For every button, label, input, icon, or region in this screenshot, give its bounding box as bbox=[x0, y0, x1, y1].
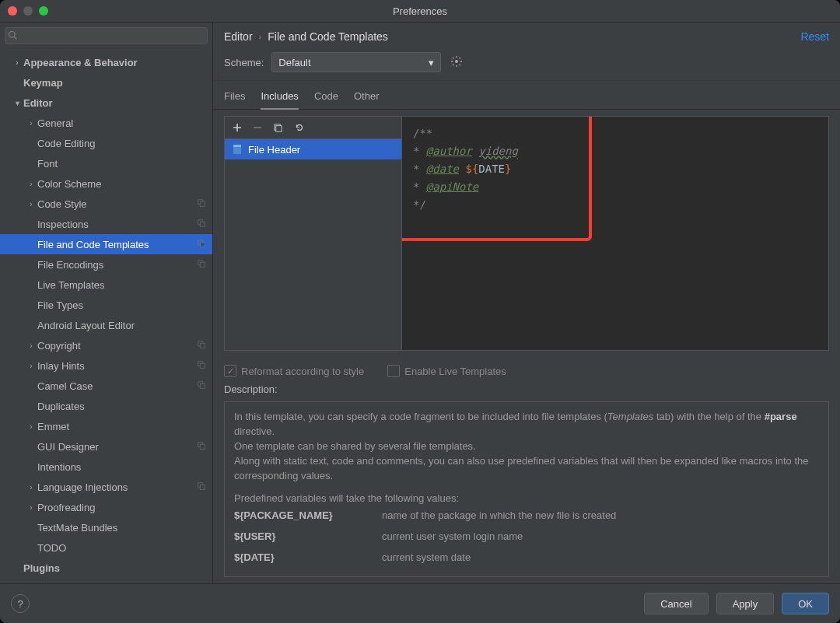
var-row: ${DATE}current system date bbox=[234, 548, 819, 569]
template-item-file-header[interactable]: File Header bbox=[225, 139, 401, 159]
chevron-right-icon: › bbox=[25, 362, 37, 370]
sidebar-item-textmate-bundles[interactable]: TextMate Bundles bbox=[0, 517, 212, 537]
chevron-right-icon: › bbox=[11, 58, 23, 67]
minimize-window-icon[interactable] bbox=[23, 6, 33, 16]
reset-link[interactable]: Reset bbox=[800, 30, 829, 43]
sidebar-item-label: Intentions bbox=[37, 461, 206, 473]
template-list-column: File Header bbox=[224, 116, 402, 351]
var-name: ${USER} bbox=[234, 530, 351, 544]
tab-files[interactable]: Files bbox=[224, 87, 245, 109]
templates-area: File Header /** * @author yideng * @date… bbox=[213, 110, 840, 357]
help-button[interactable]: ? bbox=[11, 594, 30, 613]
sidebar-item-code-editing[interactable]: Code Editing bbox=[0, 133, 212, 153]
sidebar-item-label: Code Style bbox=[37, 198, 194, 210]
svg-rect-9 bbox=[200, 262, 205, 267]
copy-template-button[interactable] bbox=[273, 123, 283, 133]
sidebar-item-label: Keymap bbox=[23, 77, 206, 89]
sidebar-item-label: Proofreading bbox=[37, 502, 206, 513]
zoom-window-icon[interactable] bbox=[39, 6, 48, 16]
content-header: Editor › File and Code Templates Reset bbox=[213, 23, 840, 49]
copy-scope-icon bbox=[197, 239, 206, 250]
scheme-label: Scheme: bbox=[224, 57, 264, 68]
tab-includes[interactable]: Includes bbox=[261, 87, 298, 110]
var-desc: current user system login name bbox=[382, 530, 523, 544]
sidebar-item-label: Plugins bbox=[23, 562, 206, 574]
sidebar-item-file-types[interactable]: File Types bbox=[0, 295, 212, 315]
sidebar-item-proofreading[interactable]: ›Proofreading bbox=[0, 497, 212, 517]
revert-template-button[interactable] bbox=[294, 122, 305, 133]
sidebar-item-label: Live Templates bbox=[37, 279, 206, 291]
svg-point-0 bbox=[9, 32, 16, 38]
svg-rect-19 bbox=[200, 485, 205, 489]
sidebar-item-label: GUI Designer bbox=[37, 441, 194, 453]
svg-rect-11 bbox=[200, 343, 205, 348]
sidebar-item-live-templates[interactable]: Live Templates bbox=[0, 275, 212, 295]
sidebar-item-language-injections[interactable]: ›Language Injections bbox=[0, 477, 212, 497]
sidebar-item-label: File and Code Templates bbox=[37, 239, 194, 250]
tab-code[interactable]: Code bbox=[314, 87, 338, 109]
scheme-value: Default bbox=[278, 57, 310, 68]
preferences-window: Preferences ›Appearance & BehaviorKeymap… bbox=[0, 0, 840, 623]
add-template-button[interactable] bbox=[233, 123, 242, 132]
footer: ? Cancel Apply OK bbox=[0, 583, 840, 623]
settings-tree[interactable]: ›Appearance & BehaviorKeymap▾Editor›Gene… bbox=[0, 49, 212, 583]
sidebar-item-file-and-code-templates[interactable]: File and Code Templates bbox=[0, 234, 212, 254]
sidebar-item-editor[interactable]: ▾Editor bbox=[0, 93, 212, 113]
var-desc: current system date bbox=[382, 551, 471, 565]
chevron-down-icon: ▾ bbox=[11, 99, 23, 107]
apply-button[interactable]: Apply bbox=[716, 593, 775, 614]
svg-rect-3 bbox=[200, 201, 205, 206]
svg-rect-13 bbox=[200, 363, 205, 368]
window-title: Preferences bbox=[393, 5, 447, 17]
sidebar-item-camel-case[interactable]: Camel Case bbox=[0, 376, 212, 396]
chevron-right-icon: › bbox=[25, 200, 37, 208]
sidebar-item-intentions[interactable]: Intentions bbox=[0, 457, 212, 477]
sidebar-item-todo[interactable]: TODO bbox=[0, 537, 212, 558]
template-editor[interactable]: /** * @author yideng * @date ${DATE} * @… bbox=[402, 116, 829, 351]
sidebar-item-label: Editor bbox=[23, 97, 206, 109]
sidebar-item-copyright[interactable]: ›Copyright bbox=[0, 335, 212, 355]
copy-scope-icon bbox=[197, 360, 206, 372]
sidebar-item-label: Code Editing bbox=[37, 138, 206, 149]
code-line: /** bbox=[413, 127, 432, 139]
chevron-right-icon: › bbox=[25, 341, 37, 350]
sidebar-item-appearance-behavior[interactable]: ›Appearance & Behavior bbox=[0, 52, 212, 72]
sidebar-item-duplicates[interactable]: Duplicates bbox=[0, 396, 212, 416]
sidebar-item-label: Duplicates bbox=[37, 401, 206, 412]
search-input[interactable] bbox=[5, 27, 208, 44]
svg-rect-15 bbox=[200, 383, 205, 388]
breadcrumb-editor[interactable]: Editor bbox=[224, 30, 253, 43]
sidebar-item-label: Language Injections bbox=[37, 481, 194, 493]
sidebar-item-inlay-hints[interactable]: ›Inlay Hints bbox=[0, 355, 212, 376]
ok-button[interactable]: OK bbox=[782, 593, 829, 614]
close-window-icon[interactable] bbox=[8, 6, 17, 16]
sidebar-item-emmet[interactable]: ›Emmet bbox=[0, 416, 212, 436]
sidebar-item-general[interactable]: ›General bbox=[0, 113, 212, 133]
sidebar-item-keymap[interactable]: Keymap bbox=[0, 72, 212, 93]
titlebar: Preferences bbox=[0, 0, 840, 23]
sidebar-item-label: General bbox=[37, 117, 206, 129]
sidebar-item-gui-designer[interactable]: GUI Designer bbox=[0, 436, 212, 457]
chevron-right-icon: › bbox=[259, 32, 262, 41]
content: Editor › File and Code Templates Reset S… bbox=[213, 23, 840, 583]
chevron-right-icon: › bbox=[25, 503, 37, 512]
sidebar-item-file-encodings[interactable]: File Encodings bbox=[0, 254, 212, 275]
sidebar-item-font[interactable]: Font bbox=[0, 153, 212, 173]
scheme-select[interactable]: Default ▾ bbox=[271, 52, 441, 72]
sidebar-item-android-layout-editor[interactable]: Android Layout Editor bbox=[0, 315, 212, 335]
sidebar-item-code-style[interactable]: ›Code Style bbox=[0, 194, 212, 214]
svg-rect-17 bbox=[200, 444, 205, 449]
file-icon bbox=[231, 143, 243, 156]
sidebar-item-color-scheme[interactable]: ›Color Scheme bbox=[0, 173, 212, 194]
cancel-button[interactable]: Cancel bbox=[644, 593, 708, 614]
search-wrap bbox=[0, 23, 212, 49]
scheme-row: Scheme: Default ▾ bbox=[213, 49, 840, 81]
var-row: ${USER}current user system login name bbox=[234, 527, 819, 548]
gear-icon[interactable] bbox=[449, 54, 464, 72]
enable-live-checkbox[interactable]: Enable Live Templates bbox=[387, 365, 506, 377]
copy-scope-icon bbox=[197, 441, 206, 453]
template-list[interactable]: File Header bbox=[225, 139, 401, 350]
sidebar-item-plugins[interactable]: Plugins bbox=[0, 558, 212, 578]
tab-other[interactable]: Other bbox=[354, 87, 380, 109]
sidebar-item-inspections[interactable]: Inspections bbox=[0, 214, 212, 234]
